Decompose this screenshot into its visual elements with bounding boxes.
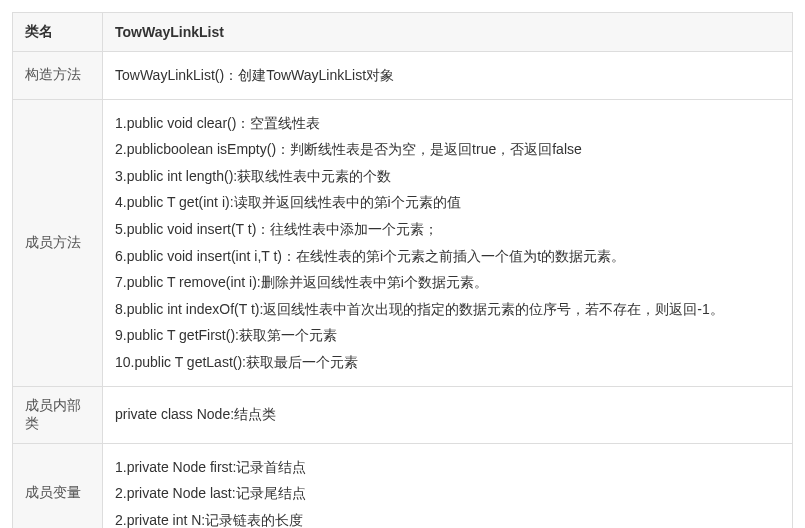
header-value: TowWayLinkList <box>103 13 793 52</box>
line: 8.public int indexOf(T t):返回线性表中首次出现的指定的… <box>115 296 780 323</box>
row-content-inner-class: private class Node:结点类 <box>103 386 793 443</box>
row-label-methods: 成员方法 <box>13 99 103 386</box>
line: 1.public void clear()：空置线性表 <box>115 110 780 137</box>
line: 5.public void insert(T t)：往线性表中添加一个元素； <box>115 216 780 243</box>
line: 2.publicboolean isEmpty()：判断线性表是否为空，是返回t… <box>115 136 780 163</box>
table-row: 成员变量 1.private Node first:记录首结点 2.privat… <box>13 443 793 528</box>
header-label: 类名 <box>13 13 103 52</box>
line: 10.public T getLast():获取最后一个元素 <box>115 349 780 376</box>
row-label-constructor: 构造方法 <box>13 52 103 100</box>
line: 4.public T get(int i):读取并返回线性表中的第i个元素的值 <box>115 189 780 216</box>
row-label-fields: 成员变量 <box>13 443 103 528</box>
line: 7.public T remove(int i):删除并返回线性表中第i个数据元… <box>115 269 780 296</box>
line: 3.public int length():获取线性表中元素的个数 <box>115 163 780 190</box>
line: TowWayLinkList()：创建TowWayLinkList对象 <box>115 62 780 89</box>
row-content-constructor: TowWayLinkList()：创建TowWayLinkList对象 <box>103 52 793 100</box>
line: 2.private int N:记录链表的长度 <box>115 507 780 528</box>
api-table: 类名 TowWayLinkList 构造方法 TowWayLinkList()：… <box>12 12 793 528</box>
row-label-inner-class: 成员内部类 <box>13 386 103 443</box>
line: 1.private Node first:记录首结点 <box>115 454 780 481</box>
row-content-methods: 1.public void clear()：空置线性表 2.publicbool… <box>103 99 793 386</box>
table-row: 成员方法 1.public void clear()：空置线性表 2.publi… <box>13 99 793 386</box>
table-row: 成员内部类 private class Node:结点类 <box>13 386 793 443</box>
line: private class Node:结点类 <box>115 401 780 428</box>
line: 6.public void insert(int i,T t)：在线性表的第i个… <box>115 243 780 270</box>
header-row: 类名 TowWayLinkList <box>13 13 793 52</box>
line: 9.public T getFirst():获取第一个元素 <box>115 322 780 349</box>
line: 2.private Node last:记录尾结点 <box>115 480 780 507</box>
row-content-fields: 1.private Node first:记录首结点 2.private Nod… <box>103 443 793 528</box>
table-row: 构造方法 TowWayLinkList()：创建TowWayLinkList对象 <box>13 52 793 100</box>
